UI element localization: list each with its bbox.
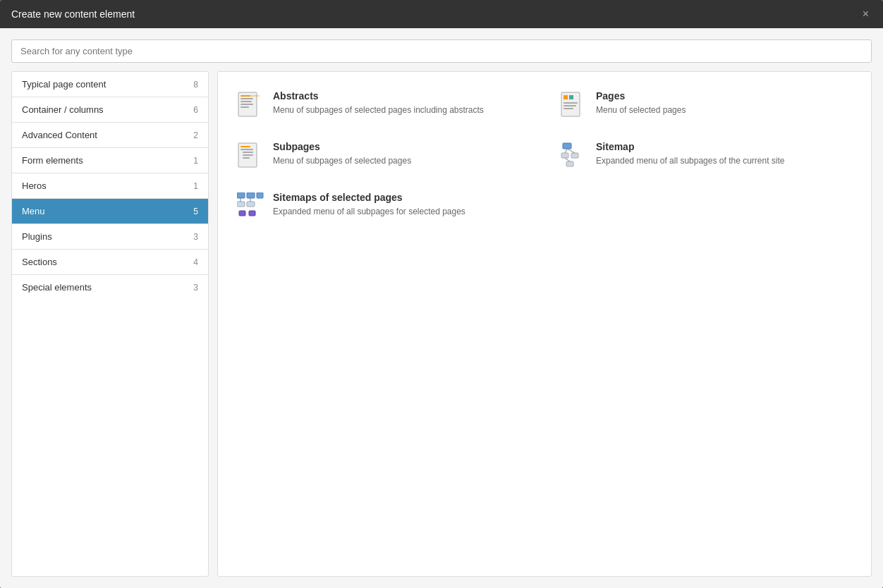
svg-rect-8 bbox=[564, 95, 568, 99]
svg-rect-6 bbox=[250, 95, 260, 97]
sitemap-icon bbox=[559, 141, 587, 169]
svg-rect-11 bbox=[564, 105, 576, 106]
modal-title: Create new content element bbox=[11, 8, 135, 20]
search-input[interactable] bbox=[11, 39, 872, 63]
svg-rect-31 bbox=[239, 211, 245, 216]
item-title-subpages: Subpages bbox=[273, 141, 411, 152]
item-title-pages: Pages bbox=[596, 90, 686, 102]
sidebar-item-menu[interactable]: Menu 5 bbox=[12, 199, 208, 224]
sidebar-item-count: 2 bbox=[193, 130, 198, 140]
sidebar-item-count: 3 bbox=[193, 283, 198, 293]
sidebar-item-count: 4 bbox=[193, 257, 198, 267]
item-description-abstracts: Menu of subpages of selected pages inclu… bbox=[273, 104, 484, 116]
sidebar-item-container-columns[interactable]: Container / columns 6 bbox=[12, 97, 208, 123]
svg-rect-22 bbox=[566, 161, 573, 166]
sidebar-item-special-elements[interactable]: Special elements 3 bbox=[12, 275, 208, 300]
sidebar-item-label: Container / columns bbox=[22, 104, 104, 115]
sidebar-item-count: 3 bbox=[193, 232, 198, 242]
item-text-sitemap: Sitemap Expanded menu of all subpages of… bbox=[596, 141, 785, 167]
item-text-sitemaps-selected: Sitemaps of selected pages Expanded menu… bbox=[273, 192, 465, 218]
svg-rect-15 bbox=[240, 149, 253, 150]
content-item-pages[interactable]: Pages Menu of selected pages bbox=[555, 86, 857, 123]
pages-icon bbox=[559, 90, 587, 118]
content-item-subpages[interactable]: Subpages Menu of subpages of selected pa… bbox=[232, 137, 534, 173]
item-description-pages: Menu of selected pages bbox=[596, 104, 686, 116]
svg-rect-9 bbox=[569, 95, 573, 99]
svg-line-25 bbox=[565, 158, 570, 161]
svg-rect-21 bbox=[571, 153, 578, 158]
svg-line-23 bbox=[565, 149, 567, 153]
svg-rect-32 bbox=[249, 211, 255, 216]
svg-rect-30 bbox=[247, 202, 255, 207]
svg-rect-14 bbox=[240, 146, 250, 147]
abstracts-icon bbox=[236, 90, 264, 118]
sidebar-item-form-elements[interactable]: Form elements 1 bbox=[12, 148, 208, 173]
sidebar-item-label: Typical page content bbox=[22, 79, 106, 90]
sidebar-item-label: Sections bbox=[22, 257, 57, 267]
svg-rect-12 bbox=[564, 108, 573, 109]
sidebar-item-count: 5 bbox=[193, 207, 198, 216]
sidebar-item-count: 6 bbox=[193, 105, 198, 115]
item-title-sitemap: Sitemap bbox=[596, 141, 785, 152]
svg-rect-4 bbox=[240, 104, 253, 105]
sidebar-item-label: Menu bbox=[22, 206, 45, 216]
svg-rect-18 bbox=[243, 157, 250, 159]
item-title-sitemaps-selected: Sitemaps of selected pages bbox=[273, 192, 465, 203]
content-item-sitemaps-selected[interactable]: Sitemaps of selected pages Expanded menu… bbox=[232, 188, 534, 224]
content-item-sitemap[interactable]: Sitemap Expanded menu of all subpages of… bbox=[555, 137, 857, 173]
sidebar-item-sections[interactable]: Sections 4 bbox=[12, 250, 208, 275]
svg-rect-3 bbox=[240, 101, 252, 102]
item-description-sitemaps-selected: Expanded menu of all subpages for select… bbox=[273, 206, 465, 218]
item-title-abstracts: Abstracts bbox=[273, 90, 484, 102]
close-button[interactable]: × bbox=[860, 7, 872, 21]
sidebar-item-label: Special elements bbox=[22, 282, 92, 293]
sitemaps-selected-icon bbox=[236, 192, 264, 220]
svg-rect-28 bbox=[257, 192, 263, 198]
svg-rect-17 bbox=[243, 154, 253, 156]
sidebar-item-count: 8 bbox=[193, 80, 198, 90]
sidebar-item-plugins[interactable]: Plugins 3 bbox=[12, 224, 208, 250]
content-item-abstracts[interactable]: Abstracts Menu of subpages of selected p… bbox=[232, 86, 534, 123]
svg-rect-2 bbox=[240, 98, 253, 99]
item-text-abstracts: Abstracts Menu of subpages of selected p… bbox=[273, 90, 484, 116]
sidebar-item-heros[interactable]: Heros 1 bbox=[12, 173, 208, 199]
main-panel: Abstracts Menu of subpages of selected p… bbox=[217, 71, 872, 577]
item-description-subpages: Menu of subpages of selected pages bbox=[273, 155, 411, 167]
svg-rect-19 bbox=[563, 143, 571, 149]
subpages-icon bbox=[236, 141, 264, 169]
svg-rect-1 bbox=[240, 95, 250, 97]
item-text-pages: Pages Menu of selected pages bbox=[596, 90, 686, 116]
sidebar-item-count: 1 bbox=[193, 156, 198, 166]
sidebar: Typical page content 8 Container / colum… bbox=[11, 71, 209, 577]
modal-header: Create new content element × bbox=[0, 0, 883, 28]
item-description-sitemap: Expanded menu of all subpages of the cur… bbox=[596, 155, 785, 167]
svg-rect-16 bbox=[243, 152, 253, 153]
svg-rect-29 bbox=[237, 202, 245, 207]
svg-rect-20 bbox=[561, 153, 568, 158]
sidebar-item-advanced-content[interactable]: Advanced Content 2 bbox=[12, 123, 208, 148]
sidebar-item-label: Advanced Content bbox=[22, 130, 97, 140]
modal-body: Typical page content 8 Container / colum… bbox=[0, 28, 883, 588]
sidebar-item-label: Form elements bbox=[22, 155, 83, 166]
svg-rect-27 bbox=[247, 192, 255, 198]
sidebar-item-label: Heros bbox=[22, 180, 47, 191]
sidebar-item-typical-page-content[interactable]: Typical page content 8 bbox=[12, 72, 208, 97]
content-area: Typical page content 8 Container / colum… bbox=[11, 71, 872, 577]
sidebar-item-count: 1 bbox=[193, 181, 198, 191]
svg-line-24 bbox=[567, 149, 575, 153]
svg-rect-26 bbox=[237, 192, 245, 198]
sidebar-item-label: Plugins bbox=[22, 231, 52, 242]
item-text-subpages: Subpages Menu of subpages of selected pa… bbox=[273, 141, 411, 167]
svg-rect-5 bbox=[240, 106, 249, 108]
create-content-modal: Create new content element × Typical pag… bbox=[0, 0, 883, 588]
svg-rect-10 bbox=[564, 102, 578, 104]
